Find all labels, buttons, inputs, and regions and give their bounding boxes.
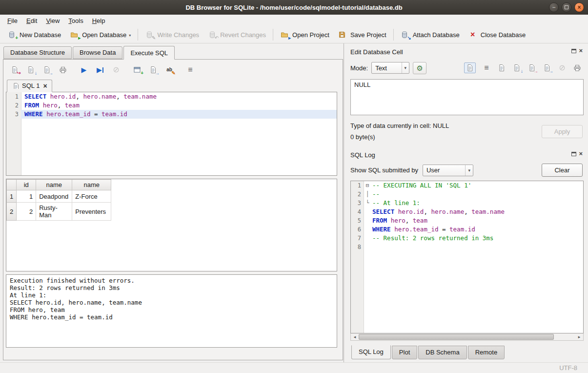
save-sql-as-icon[interactable]: → — [42, 65, 51, 74]
scrollbar-thumb[interactable] — [359, 334, 554, 340]
fold-marker-icon — [364, 234, 371, 243]
tab-database-structure[interactable]: Database Structure — [3, 46, 72, 59]
sql-editor[interactable]: 1SELECT hero.id, hero.name, team.name2FR… — [6, 92, 337, 176]
column-header-name[interactable]: name — [72, 180, 111, 190]
set-null-icon[interactable]: ⊘ — [558, 63, 567, 72]
write-changes-button[interactable]: ✎ Write Changes — [141, 28, 203, 41]
close-database-button[interactable]: × Close Database — [464, 28, 530, 41]
close-panel-icon[interactable]: × — [579, 151, 583, 156]
code-line: 1⊟-- EXECUTING ALL IN 'SQL 1' — [351, 181, 583, 190]
tab-browse-data[interactable]: Browse Data — [73, 46, 122, 59]
sql-tab-bar: SQL 1 × — [6, 79, 337, 92]
cell-team-name[interactable]: Z-Force — [72, 190, 111, 203]
edit-cell-dock-controls: × — [571, 48, 583, 53]
sql-tab-close-icon[interactable]: × — [43, 83, 47, 89]
grid-corner[interactable] — [7, 180, 17, 190]
save-project-icon — [338, 30, 347, 39]
tab-db-schema[interactable]: DB Schema — [418, 346, 466, 359]
save-project-label: Save Project — [350, 31, 386, 39]
toolbar-separator — [273, 29, 273, 41]
menu-help[interactable]: Help — [88, 16, 110, 26]
save-sql-file-icon[interactable]: ↓ — [26, 65, 35, 74]
attach-database-button[interactable]: ↘ Attach Database — [396, 28, 464, 41]
paste-cell-icon[interactable]: ↓ — [512, 63, 521, 72]
menu-file[interactable]: File — [3, 16, 22, 26]
new-database-label: New Database — [20, 31, 61, 39]
line-number: 1 — [351, 181, 364, 190]
cell-value: NULL — [354, 81, 370, 88]
fold-marker-icon — [364, 225, 371, 234]
export-results-icon[interactable]: → — [149, 65, 158, 74]
word-wrap-icon[interactable]: ≡ — [482, 63, 491, 72]
save-project-button[interactable]: Save Project — [334, 28, 391, 41]
float-panel-icon[interactable] — [571, 152, 576, 156]
import-cell-icon[interactable]: → — [527, 63, 536, 72]
print-sql-icon[interactable] — [59, 65, 67, 74]
column-header-name[interactable]: name — [36, 180, 72, 190]
stop-execution-icon[interactable]: ⊘ — [112, 65, 121, 74]
app-window: DB Browser for SQLite - /home/user/code/… — [0, 0, 588, 373]
tab-sql-log[interactable]: SQL Log — [351, 345, 391, 359]
chevron-down-icon: ▾ — [465, 165, 473, 176]
tab-execute-sql[interactable]: Execute SQL — [123, 46, 175, 60]
line-number: 5 — [351, 216, 364, 225]
cell-hero-name[interactable]: Deadpond — [36, 190, 72, 203]
cell-team-name[interactable]: Preventers — [72, 203, 111, 221]
close-panel-icon[interactable]: × — [579, 48, 583, 53]
code-text: FROM hero, team — [21, 101, 337, 110]
menu-tools[interactable]: Tools — [64, 16, 87, 26]
sql-log-view[interactable]: 1⊟-- EXECUTING ALL IN 'SQL 1'2│--3└-- At… — [350, 181, 584, 333]
window-title: DB Browser for SQLite - /home/user/code/… — [0, 4, 588, 11]
menu-edit[interactable]: Edit — [22, 16, 41, 26]
row-header[interactable]: 1 — [7, 190, 17, 203]
new-database-button[interactable]: + New Database — [3, 28, 65, 41]
open-sql-file-icon[interactable]: ↪ — [10, 65, 19, 74]
submitter-select[interactable]: User ▾ — [423, 165, 473, 176]
cell-editor[interactable]: NULL — [350, 79, 584, 115]
titlebar[interactable]: DB Browser for SQLite - /home/user/code/… — [0, 0, 588, 15]
fold-marker-icon[interactable]: ⊟ — [364, 181, 371, 190]
export-cell-icon[interactable]: → — [543, 63, 551, 72]
cell-id[interactable]: 2 — [17, 203, 36, 221]
execute-all-icon[interactable]: ▶ — [80, 65, 88, 74]
maximize-button[interactable] — [562, 2, 571, 12]
open-project-button[interactable]: ▸ Open Project — [276, 28, 334, 41]
clear-button[interactable]: Clear — [542, 164, 583, 177]
execute-line-icon[interactable]: ▶ — [96, 65, 104, 74]
float-panel-icon[interactable] — [571, 49, 576, 53]
edit-cell-header: Edit Database Cell × — [350, 47, 584, 57]
row-header[interactable]: 2 — [7, 203, 17, 221]
attach-database-icon: ↘ — [401, 30, 409, 39]
autocomplete-icon[interactable]: ab✎ — [165, 65, 174, 74]
tab-remote[interactable]: Remote — [468, 346, 505, 359]
code-text: FROM hero, team — [371, 216, 583, 225]
open-database-button[interactable]: ▸ Open Database ▾ — [65, 28, 135, 41]
scroll-left-icon[interactable]: ◂ — [351, 333, 359, 340]
column-header-id[interactable]: id — [17, 180, 36, 190]
close-button[interactable]: × — [574, 2, 584, 12]
horizontal-scrollbar[interactable]: ◂ ▸ — [350, 333, 584, 341]
open-database-dropdown-icon[interactable]: ▾ — [129, 33, 131, 39]
scroll-right-icon[interactable]: ▸ — [575, 333, 583, 340]
minimize-button[interactable]: − — [549, 2, 559, 12]
print-cell-icon[interactable] — [573, 63, 582, 72]
tab-plot[interactable]: Plot — [392, 346, 417, 359]
menu-view[interactable]: View — [41, 16, 64, 26]
sql-tab[interactable]: SQL 1 × — [7, 80, 52, 92]
line-number: 7 — [351, 234, 364, 243]
text-view-icon[interactable] — [464, 62, 476, 73]
copy-cell-icon[interactable] — [497, 63, 506, 72]
scrollbar-track[interactable] — [554, 333, 575, 340]
apply-button[interactable]: Apply — [542, 125, 583, 138]
auto-switch-mode-button[interactable]: ⚙ — [413, 62, 426, 74]
open-database-label: Open Database — [82, 31, 126, 39]
code-line: 7-- Result: 2 rows returned in 3ms — [351, 234, 583, 243]
cell-id[interactable]: 1 — [17, 190, 36, 203]
revert-changes-button[interactable]: ↶ Revert Changes — [203, 28, 270, 41]
cell-hero-name[interactable]: Rusty-Man — [36, 203, 72, 221]
mode-select[interactable]: Text ▾ — [371, 62, 409, 74]
table-row: 1 1 Deadpond Z-Force — [7, 190, 111, 203]
code-text — [371, 243, 583, 251]
new-tab-icon[interactable]: + — [133, 65, 142, 74]
word-wrap-icon[interactable]: ≡ — [186, 65, 195, 74]
